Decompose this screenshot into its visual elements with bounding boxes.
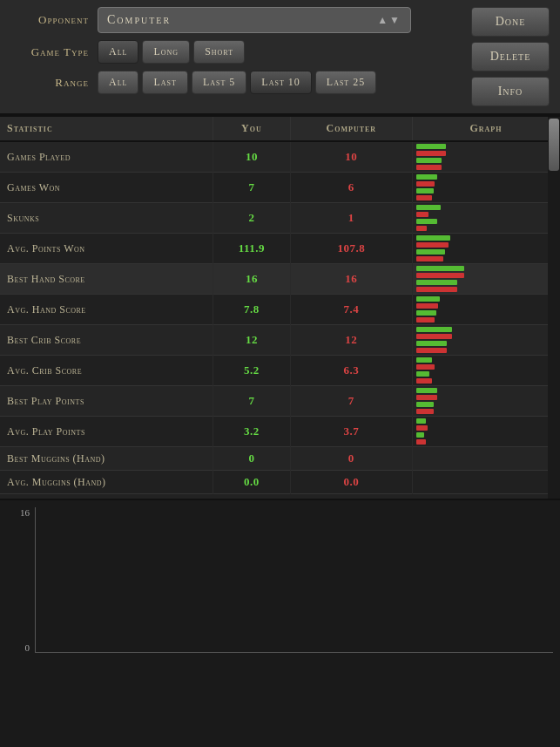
mini-bar-red-row2 (416, 256, 556, 261)
mini-bar-red-row (416, 425, 556, 431)
mini-bar-green-row (416, 144, 556, 149)
table-row: Games Won 7 6 (0, 173, 560, 203)
range-last25-button[interactable]: Last 25 (315, 71, 376, 94)
mini-bar-red (416, 273, 464, 278)
mini-bar-red-row (416, 303, 556, 309)
mini-bar-green-row (416, 296, 556, 302)
mini-bar-green2 (416, 158, 442, 163)
y-label-max: 16 (3, 507, 30, 518)
mini-bar-red2 (416, 165, 442, 170)
table-row: Skunks 2 1 (0, 203, 560, 234)
col-you: You (213, 117, 290, 141)
you-value: 7 (213, 386, 290, 417)
game-type-all-button[interactable]: All (98, 40, 138, 64)
you-value: 0 (213, 447, 290, 471)
mini-bar-red-row2 (416, 439, 556, 445)
you-value: 3.2 (213, 417, 290, 447)
mini-bar-green-row2 (416, 341, 556, 346)
stat-name: Avg. Hand Score (0, 295, 213, 325)
mini-bar-green-row (416, 205, 556, 210)
mini-bar-red-row (416, 212, 556, 217)
stat-name: Best Play Points (0, 386, 213, 417)
mini-bar-green2 (416, 249, 445, 255)
scrollbar-track[interactable] (548, 117, 560, 499)
mini-bar-green (416, 388, 437, 393)
mini-bar-red2 (416, 409, 434, 414)
mini-bar-green-row (416, 327, 556, 332)
range-last10-button[interactable]: Last 10 (250, 71, 311, 94)
mini-bars (416, 205, 556, 231)
mini-bar-red2 (416, 195, 432, 200)
comp-value: 7 (290, 386, 412, 417)
mini-bar-green-row2 (416, 402, 556, 407)
mini-bar-green-row2 (416, 219, 556, 224)
mini-bars (416, 327, 556, 353)
graph-cell (412, 447, 559, 471)
opponent-label: Opponent (10, 13, 98, 27)
you-value: 0.0 (213, 471, 290, 494)
stat-name: Avg. Muggins (Hand) (0, 471, 213, 494)
comp-value: 16 (290, 264, 412, 295)
mini-bar-red2 (416, 317, 435, 323)
table-row: Best Crib Score 12 12 (0, 325, 560, 356)
mini-bar-green2 (416, 341, 447, 346)
scrollbar-thumb[interactable] (549, 119, 559, 171)
stat-name: Avg. Points Won (0, 234, 213, 264)
mini-bar-green-row2 (416, 188, 556, 194)
range-last-button[interactable]: Last (142, 71, 187, 94)
mini-bars (416, 357, 556, 384)
mini-bar-green (416, 296, 440, 302)
mini-bar-green-row (416, 418, 556, 424)
done-button[interactable]: Done (471, 7, 550, 37)
graph-cell (412, 173, 559, 203)
comp-value: 0 (290, 447, 412, 471)
mini-bar-red (416, 242, 449, 248)
comp-value: 107.8 (290, 234, 412, 264)
graph-cell (412, 295, 559, 325)
table-row: Games Played 10 10 (0, 141, 560, 173)
table-row: Avg. Play Points 3.2 3.7 (0, 417, 560, 447)
graph-cell (412, 356, 559, 386)
dropdown-arrow-icon: ▲▼ (377, 14, 401, 27)
mini-bar-red-row2 (416, 195, 556, 200)
mini-bar-red (416, 212, 428, 217)
table-row: Avg. Hand Score 7.8 7.4 (0, 295, 560, 325)
game-type-short-button[interactable]: Short (193, 40, 245, 64)
table-header-row: Statistic You Computer Graph (0, 117, 560, 141)
comp-value: 1 (290, 203, 412, 234)
range-last5-button[interactable]: Last 5 (192, 71, 246, 94)
mini-bar-red-row2 (416, 409, 556, 414)
you-value: 2 (213, 203, 290, 234)
mini-bar-red-row (416, 364, 556, 370)
comp-value: 12 (290, 325, 412, 356)
mini-bar-green2 (416, 310, 436, 316)
mini-bar-green (416, 205, 441, 210)
stat-name: Avg. Play Points (0, 417, 213, 447)
game-type-long-button[interactable]: Long (142, 40, 190, 64)
game-type-label: Game Type (10, 45, 98, 59)
mini-bar-green-row (416, 235, 556, 241)
mini-bar-red2 (416, 348, 447, 353)
mini-bars (416, 266, 556, 292)
mini-bar-green2 (416, 402, 434, 407)
mini-bar-red-row (416, 273, 556, 278)
mini-bar-red2 (416, 226, 427, 231)
mini-bar-green (416, 174, 437, 180)
mini-bar-green-row (416, 266, 556, 271)
range-label: Range (10, 76, 98, 90)
comp-value: 6 (290, 173, 412, 203)
mini-bar-red (416, 151, 446, 156)
mini-bar-green (416, 327, 452, 332)
opponent-dropdown[interactable]: Computer ▲▼ (98, 7, 411, 33)
mini-bar-red-row (416, 334, 556, 339)
range-all-button[interactable]: All (98, 71, 138, 94)
comp-value: 0.0 (290, 471, 412, 494)
info-button[interactable]: Info (471, 77, 550, 106)
stat-name: Avg. Crib Score (0, 356, 213, 386)
mini-bar-red (416, 425, 428, 431)
delete-button[interactable]: Delete (471, 42, 550, 71)
mini-bar-green-row (416, 388, 556, 393)
you-value: 16 (213, 264, 290, 295)
mini-bar-green-row2 (416, 249, 556, 255)
mini-bar-green-row (416, 174, 556, 180)
